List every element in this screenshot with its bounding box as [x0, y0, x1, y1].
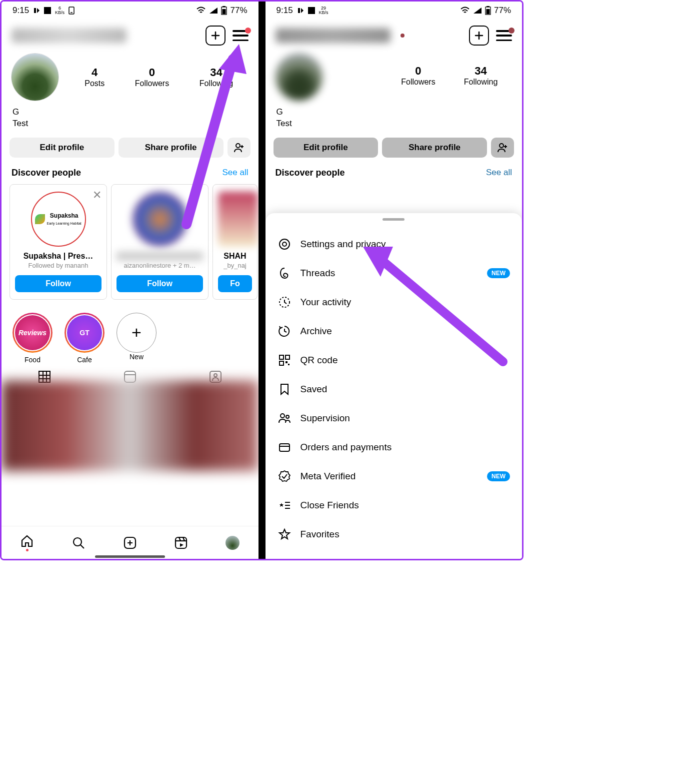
menu-button[interactable] [232, 30, 248, 41]
svg-rect-35 [280, 361, 284, 365]
card-name: SHAH [218, 252, 252, 261]
see-all-link: See all [486, 168, 512, 178]
svg-rect-0 [34, 8, 36, 13]
follow-button[interactable]: Fo [218, 275, 252, 292]
new-badge: NEW [487, 268, 510, 278]
menu-bottom-sheet: Settings and privacyThreadsNEWYour activ… [266, 213, 522, 559]
battery-pct: 77% [230, 6, 247, 16]
notification-dot-icon [245, 28, 251, 34]
svg-rect-28 [486, 9, 490, 14]
status-time: 9:15 [276, 6, 293, 16]
close-icon[interactable]: ✕ [92, 189, 102, 202]
svg-line-18 [80, 545, 84, 548]
settings-icon [278, 237, 292, 251]
share-profile-button[interactable]: Share profile [118, 138, 224, 158]
wifi-icon [460, 7, 470, 15]
activity-icon [278, 295, 292, 309]
square-icon [44, 7, 51, 14]
status-bar: 9:15 6KB/s 77% [2, 2, 258, 19]
svg-rect-6 [222, 9, 226, 14]
menu-activity[interactable]: Your activity [266, 288, 522, 317]
svg-rect-33 [280, 355, 284, 359]
new-badge: NEW [487, 471, 510, 481]
svg-point-39 [286, 415, 289, 418]
notif-icon [33, 7, 40, 14]
verified-icon [278, 469, 292, 483]
highlight-new[interactable]: +New [116, 313, 156, 364]
nav-search[interactable] [72, 536, 86, 550]
svg-point-30 [280, 239, 290, 249]
square-icon [308, 7, 315, 14]
menu-orders[interactable]: Orders and payments [266, 433, 522, 462]
menu-qr[interactable]: QR code [266, 346, 522, 375]
profile-avatar[interactable] [12, 54, 58, 101]
suggestion-card[interactable]: ✕ SupakshaEarly Learning Habitat Supaksh… [10, 184, 107, 300]
menu-verified[interactable]: Meta VerifiedNEW [266, 462, 522, 491]
svg-point-31 [282, 242, 286, 246]
menu-saved[interactable]: Saved [266, 375, 522, 404]
menu-archive[interactable]: Archive [266, 317, 522, 346]
menu-label: Orders and payments [300, 442, 392, 453]
nav-home[interactable] [20, 534, 34, 551]
menu-supervision[interactable]: Supervision [266, 404, 522, 433]
menu-settings[interactable]: Settings and privacy [266, 230, 522, 259]
username-blurred[interactable] [12, 28, 126, 43]
stat-followers: 0Followers [401, 65, 435, 90]
svg-rect-37 [288, 364, 290, 365]
menu-favorites[interactable]: Favorites [266, 520, 522, 549]
edit-profile-button: Edit profile [274, 138, 378, 158]
edit-profile-button[interactable]: Edit profile [10, 138, 114, 158]
see-all-link[interactable]: See all [222, 168, 248, 178]
svg-point-38 [280, 414, 284, 418]
share-profile-button: Share profile [382, 138, 487, 158]
menu-label: Meta Verified [300, 471, 356, 482]
svg-rect-27 [486, 7, 490, 15]
menu-close-friends[interactable]: Close Friends [266, 491, 522, 520]
supervision-icon [278, 411, 292, 425]
username-blurred [276, 28, 390, 43]
discover-people-button [491, 138, 514, 158]
stat-posts[interactable]: 4Posts [84, 66, 104, 88]
menu-button [496, 30, 512, 41]
saved-icon [278, 382, 292, 396]
follow-button[interactable]: Follow [15, 275, 102, 292]
nav-reels[interactable] [174, 536, 188, 550]
menu-label: Close Friends [300, 500, 359, 511]
battery-icon [485, 6, 491, 15]
data-speed: 29KB/s [319, 6, 328, 15]
stat-following[interactable]: 34Following [200, 66, 234, 88]
svg-point-16 [214, 374, 217, 377]
sheet-handle[interactable] [382, 218, 404, 221]
archive-icon [278, 324, 292, 338]
menu-label: Saved [300, 384, 328, 395]
profile-avatar [276, 54, 322, 101]
follow-button[interactable]: Follow [116, 275, 203, 292]
svg-point-7 [236, 144, 240, 148]
close-friends-icon [278, 498, 292, 512]
profile-bio: G Test [2, 104, 258, 133]
status-time: 9:15 [12, 6, 29, 16]
menu-label: Archive [300, 326, 332, 337]
nav-create[interactable] [123, 536, 137, 550]
card-sub: _by_naj [218, 262, 252, 269]
menu-label: Settings and privacy [300, 239, 386, 250]
suggestion-card[interactable]: aizanonlinestore + 2 m… Follow [111, 184, 208, 300]
stat-followers[interactable]: 0Followers [135, 66, 169, 88]
card-avatar [218, 192, 258, 247]
notification-dot-icon [400, 34, 404, 38]
discover-people-button[interactable] [228, 138, 250, 158]
status-bar: 9:15 29KB/s 77% [266, 2, 522, 19]
create-button[interactable] [206, 26, 226, 46]
menu-label: Threads [300, 268, 336, 279]
posts-grid[interactable] [2, 381, 258, 471]
discover-title: Discover people [12, 168, 81, 178]
menu-threads[interactable]: ThreadsNEW [266, 259, 522, 288]
highlight-cafe[interactable]: GTCafe [64, 313, 104, 364]
menu-label: Favorites [300, 529, 340, 540]
nav-profile[interactable] [226, 536, 240, 550]
card-sub: aizanonlinestore + 2 m… [116, 262, 203, 269]
highlight-food[interactable]: ReviewsFood [12, 313, 52, 364]
card-avatar: SupakshaEarly Learning Habitat [31, 192, 86, 247]
svg-rect-40 [280, 444, 290, 451]
suggestion-card[interactable]: SHAH _by_naj Fo [212, 184, 258, 300]
